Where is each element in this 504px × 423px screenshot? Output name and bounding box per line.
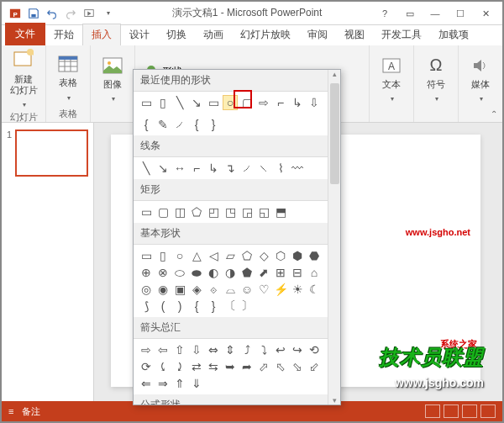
tab-insert[interactable]: 插入 — [82, 24, 121, 45]
shape-a13[interactable]: ⤹ — [155, 359, 171, 374]
sorter-view-button[interactable] — [444, 404, 459, 418]
shape-scribble2[interactable]: 〰 — [290, 161, 305, 176]
minimize-button[interactable]: ― — [423, 5, 447, 22]
shape-brace-l[interactable]: { — [139, 117, 154, 132]
symbols-button[interactable]: Ω 符号 — [419, 54, 453, 103]
shape-b36[interactable]: ) — [172, 299, 187, 314]
qat-customize[interactable] — [99, 5, 116, 22]
tab-developer[interactable]: 开发工具 — [373, 24, 430, 45]
shape-rectangle[interactable]: ▭ — [206, 95, 221, 110]
shape-a12[interactable]: ⟳ — [139, 359, 154, 374]
shape-a5[interactable]: ⇔ — [206, 342, 221, 357]
shape-b37[interactable]: { — [189, 299, 204, 314]
media-button[interactable]: 媒体 — [464, 54, 497, 103]
shape-brace-r[interactable]: } — [206, 117, 221, 132]
shape-a24[interactable]: ⇒ — [155, 376, 171, 391]
shape-curve2[interactable]: ⟍ — [256, 161, 271, 176]
shape-b15[interactable]: ⬬ — [189, 265, 204, 280]
thumbnail-1[interactable]: 1 — [7, 130, 88, 177]
shape-r4[interactable]: ⬠ — [189, 204, 204, 219]
help-button[interactable]: ? — [373, 5, 396, 22]
shape-elbow1[interactable]: ⌐ — [189, 161, 204, 176]
notes-icon[interactable]: ≡ — [8, 406, 13, 416]
shape-b30[interactable]: ♡ — [256, 282, 271, 297]
shape-a21[interactable]: ⬂ — [290, 359, 305, 374]
text-box-button[interactable]: A 文本 — [375, 54, 408, 103]
shape-b4[interactable]: △ — [189, 248, 204, 263]
shape-freeform[interactable]: ⟋ — [172, 117, 187, 132]
redo-button[interactable] — [62, 5, 79, 22]
shape-b19[interactable]: ⬈ — [256, 265, 271, 280]
tab-addins[interactable]: 加载项 — [430, 24, 477, 45]
shape-a8[interactable]: ⤵ — [256, 342, 271, 357]
shape-a3[interactable]: ⇧ — [172, 342, 187, 357]
new-slide-button[interactable]: 新建 幻灯片 — [7, 49, 40, 109]
shape-curve1[interactable]: ⟋ — [239, 161, 255, 176]
shape-a6[interactable]: ⇕ — [223, 342, 238, 357]
shape-a11[interactable]: ⟲ — [307, 342, 322, 357]
shape-a22[interactable]: ⬃ — [307, 359, 322, 374]
shape-b2[interactable]: ▯ — [155, 248, 171, 263]
shape-textbox[interactable]: ▭ — [139, 95, 154, 110]
shape-b18[interactable]: ⬟ — [239, 265, 255, 280]
shape-b5[interactable]: ◁ — [206, 248, 221, 263]
shape-connector[interactable]: ⌐ — [273, 95, 288, 110]
shape-freeform2[interactable]: ⌇ — [273, 161, 288, 176]
shape-a14[interactable]: ⤸ — [172, 359, 187, 374]
tab-review[interactable]: 审阅 — [299, 24, 336, 45]
ribbon-options-button[interactable]: ▭ — [398, 5, 422, 22]
shape-b22[interactable]: ⌂ — [307, 265, 322, 280]
shape-a2[interactable]: ⇦ — [155, 342, 171, 357]
shape-line[interactable]: ╲ — [172, 95, 187, 110]
shape-a1[interactable]: ⇨ — [139, 342, 154, 357]
tab-slideshow[interactable]: 幻灯片放映 — [232, 24, 299, 45]
shape-r1[interactable]: ▭ — [139, 204, 154, 219]
shape-a23[interactable]: ⇐ — [139, 376, 154, 391]
shape-b8[interactable]: ◇ — [256, 248, 271, 263]
shape-b17[interactable]: ◑ — [223, 265, 238, 280]
shape-scribble[interactable]: ✎ — [155, 117, 171, 132]
tab-view[interactable]: 视图 — [336, 24, 373, 45]
shape-a15[interactable]: ⇄ — [189, 359, 204, 374]
shape-arrow-right[interactable]: ⇨ — [256, 95, 271, 110]
shape-b34[interactable]: ⟆ — [139, 299, 154, 314]
slideshow-view-button[interactable] — [480, 404, 496, 418]
close-button[interactable]: ✕ — [474, 5, 497, 22]
shape-a17[interactable]: ➥ — [223, 359, 238, 374]
shape-vert-textbox[interactable]: ▯ — [155, 95, 171, 110]
shape-arrowline[interactable]: ↘ — [189, 95, 204, 110]
tab-animations[interactable]: 动画 — [195, 24, 232, 45]
shape-a10[interactable]: ↪ — [290, 342, 305, 357]
images-button[interactable]: 图像 — [96, 54, 129, 103]
tab-transitions[interactable]: 切换 — [158, 24, 195, 45]
shape-r5[interactable]: ◰ — [206, 204, 221, 219]
shape-b13[interactable]: ⊗ — [155, 265, 171, 280]
collapse-ribbon-button[interactable]: ⌃ — [491, 109, 497, 119]
shape-b1[interactable]: ▭ — [139, 248, 154, 263]
shape-r6[interactable]: ◳ — [223, 204, 238, 219]
shape-arrow-down[interactable]: ⇩ — [307, 95, 322, 110]
shape-a20[interactable]: ⬁ — [273, 359, 288, 374]
shape-a26[interactable]: ⇓ — [189, 376, 204, 391]
shape-b10[interactable]: ⬢ — [290, 248, 305, 263]
scrollbar[interactable]: ▴ ▾ — [328, 70, 340, 404]
shape-r7[interactable]: ◲ — [239, 204, 255, 219]
shape-b29[interactable]: ☺ — [239, 282, 255, 297]
shape-line3[interactable]: ↔ — [172, 161, 187, 176]
shape-oval[interactable]: ○ — [223, 95, 238, 110]
thumbnail-preview[interactable] — [15, 130, 88, 177]
shape-b26[interactable]: ◈ — [189, 282, 204, 297]
shape-b7[interactable]: ⬠ — [239, 248, 255, 263]
maximize-button[interactable]: ☐ — [449, 5, 472, 22]
shape-b40[interactable]: 〕 — [239, 299, 255, 314]
shape-b21[interactable]: ⊟ — [290, 265, 305, 280]
reading-view-button[interactable] — [462, 404, 477, 418]
slide-thumbnails-pane[interactable]: 1 — [2, 123, 94, 401]
shape-r8[interactable]: ◱ — [256, 204, 271, 219]
table-button[interactable]: 表格 — [51, 52, 85, 102]
shape-a18[interactable]: ➦ — [239, 359, 255, 374]
shape-arrow-down-right[interactable]: ↳ — [290, 95, 305, 110]
shape-b12[interactable]: ⊕ — [139, 265, 154, 280]
start-slideshow-button[interactable] — [81, 5, 97, 22]
undo-button[interactable] — [44, 5, 60, 22]
